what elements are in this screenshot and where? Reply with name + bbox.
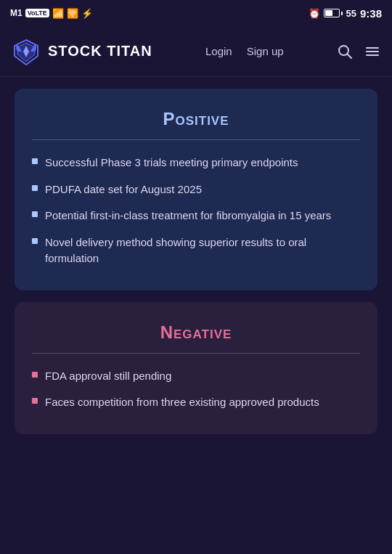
positive-card: Positive Successful Phase 3 trials meeti… [15,89,377,290]
nav-links: Login Sign up [205,45,284,57]
volte-badge: VoLTE [25,9,49,17]
positive-card-title: Positive [32,109,360,129]
search-button[interactable] [337,44,353,60]
logo-icon [12,37,41,66]
hamburger-icon [364,44,380,60]
status-left: M1 VoLTE 📶 🛜 ⚡ [10,8,93,19]
main-content: Positive Successful Phase 3 trials meeti… [0,77,392,446]
search-icon [337,44,353,60]
positive-list: Successful Phase 3 trials meeting primar… [32,155,360,267]
status-bar: M1 VoLTE 📶 🛜 ⚡ ⏰ 55 9:38 [0,0,392,26]
list-item: Faces competition from three existing ap… [32,394,360,411]
logo-text: STOCK TITAN [48,43,152,60]
negative-card-title: Negative [32,322,360,343]
negative-card: Negative FDA approval still pending Face… [15,302,377,434]
alarm-icon: ⏰ [309,8,320,19]
carrier-label: M1 [10,8,23,18]
negative-list: FDA approval still pending Faces competi… [32,368,360,411]
list-item: Successful Phase 3 trials meeting primar… [32,155,360,171]
battery-icon [324,9,343,17]
login-link[interactable]: Login [205,45,232,57]
battery-level: 55 [346,8,356,19]
logo-area: STOCK TITAN [12,37,152,66]
nav-icons [337,44,380,60]
bullet-icon [32,158,38,164]
bullet-icon [32,372,38,378]
signal-icon: 📶 [52,8,64,19]
list-item: Novel delivery method showing superior r… [32,235,360,267]
list-item: FDA approval still pending [32,368,360,385]
positive-divider [32,139,360,140]
list-item: PDUFA date set for August 2025 [32,182,360,198]
time-display: 9:38 [360,7,382,20]
wifi-icon: 🛜 [67,8,78,19]
bullet-icon [32,211,38,217]
status-right: ⏰ 55 9:38 [309,7,383,20]
negative-divider [32,353,360,354]
menu-button[interactable] [364,44,380,60]
list-item: Potential first-in-class treatment for f… [32,208,360,224]
bullet-icon [32,238,38,244]
nfc-icon: ⚡ [81,8,93,19]
bullet-icon [32,185,38,191]
navbar: STOCK TITAN Login Sign up [0,26,392,77]
signup-link[interactable]: Sign up [247,45,284,57]
bullet-icon [32,398,38,404]
svg-line-4 [347,54,351,58]
